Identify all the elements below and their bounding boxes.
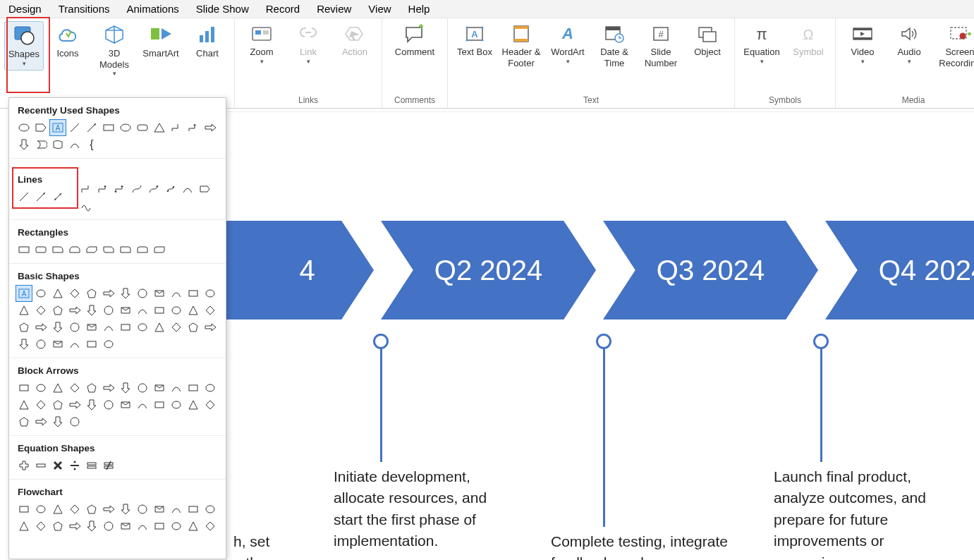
basic-shape-37-icon[interactable] [33,336,49,352]
audio-button[interactable]: Audio▾ [887,21,932,68]
basic-shape-33-icon[interactable] [169,319,184,335]
basic-shape-21-icon[interactable] [169,303,184,318]
flowchart-shape-8-icon[interactable] [152,501,167,517]
basic-shape-40-icon[interactable] [84,336,99,352]
menu-slide-show[interactable]: Slide Show [196,3,249,15]
flowchart-shape-10-icon[interactable] [185,501,201,517]
block-arrow-19-icon[interactable] [135,397,150,413]
shapes-dropdown[interactable]: Recently Used Shapes A { Lines [8,97,226,559]
basic-shape-26-icon[interactable] [50,319,66,335]
wordart-button[interactable]: A WordArt▾ [545,21,590,68]
header-footer-button[interactable]: Header & Footer [499,21,544,71]
link-button[interactable]: Link▾ [286,21,331,68]
flowchart-shape-22-icon[interactable] [185,518,201,534]
shape-arrow-right-icon[interactable] [202,120,218,135]
eq-divide-icon[interactable] [67,458,83,473]
line-curve-icon[interactable] [129,181,145,197]
flowchart-shape-11-icon[interactable] [202,501,218,517]
block-arrow-27-icon[interactable] [67,414,83,430]
menu-design[interactable]: Design [8,3,42,15]
basic-shape-4-icon[interactable] [84,286,99,301]
flowchart-shape-3-icon[interactable] [67,501,83,517]
rect-snip-diag-icon[interactable] [84,242,99,257]
block-arrow-9-icon[interactable] [169,380,184,396]
symbol-button[interactable]: Ω Symbol [786,21,831,61]
flowchart-shape-21-icon[interactable] [169,518,184,534]
desc-q1[interactable]: h, set e the [233,531,276,560]
basic-shape-29-icon[interactable] [101,319,116,335]
flowchart-shape-2-icon[interactable] [50,501,66,517]
basic-shape-24-icon[interactable] [16,319,32,335]
flowchart-shape-18-icon[interactable] [118,518,133,534]
icons-button[interactable]: Icons [45,21,90,62]
basic-shape-10-icon[interactable] [185,286,201,301]
eq-equal-icon[interactable] [84,458,99,473]
line-elbow-double-icon[interactable] [112,181,128,197]
block-arrow-26-icon[interactable] [50,414,66,430]
basic-shape-23-icon[interactable] [202,303,218,318]
flowchart-shape-4-icon[interactable] [84,501,99,517]
block-arrow-18-icon[interactable] [118,397,133,413]
shape-pentagon-right-icon[interactable] [33,120,49,135]
rect-round-diag-icon[interactable] [152,242,167,257]
block-arrow-12-icon[interactable] [16,397,32,413]
chevron-q2[interactable]: Q2 2024 [381,221,596,319]
zoom-button[interactable]: Zoom▾ [239,21,284,68]
menu-view[interactable]: View [368,3,391,15]
shape-flow-stored-icon[interactable] [33,137,49,152]
block-arrow-23-icon[interactable] [202,397,218,413]
basic-shape-14-icon[interactable] [50,303,66,318]
shape-oval-icon[interactable] [16,120,32,135]
eq-plus-icon[interactable] [16,458,32,473]
block-arrow-7-icon[interactable] [135,380,150,396]
basic-shape-20-icon[interactable] [152,303,167,318]
rect-round-icon[interactable] [33,242,49,257]
shape-rect-icon[interactable] [101,120,116,135]
flowchart-shape-16-icon[interactable] [84,518,99,534]
block-arrow-8-icon[interactable] [152,380,167,396]
basic-shape-30-icon[interactable] [118,319,133,335]
basic-shape-1-icon[interactable] [33,286,49,301]
basic-shape-11-icon[interactable] [202,286,218,301]
line-scribble-icon[interactable] [197,181,212,197]
line-double-arrow-icon[interactable] [50,189,66,205]
block-arrow-13-icon[interactable] [33,397,49,413]
block-arrow-20-icon[interactable] [152,397,167,413]
flowchart-shape-1-icon[interactable] [33,501,49,517]
basic-shape-25-icon[interactable] [33,319,49,335]
date-time-button[interactable]: Date & Time [592,21,637,71]
basic-shape-12-icon[interactable] [16,303,32,318]
desc-q2[interactable]: Initiate development, allocate resources… [334,466,517,552]
menu-animations[interactable]: Animations [127,3,179,15]
block-arrow-21-icon[interactable] [169,397,184,413]
flowchart-shape-14-icon[interactable] [50,518,66,534]
rect-icon[interactable] [16,242,32,257]
rect-snip2-icon[interactable] [67,242,83,257]
chart-button[interactable]: Chart [185,21,230,62]
block-arrow-10-icon[interactable] [185,380,201,396]
shape-oval2-icon[interactable] [118,120,133,135]
screen-recording-button[interactable]: Screen Recording [933,21,974,71]
line-freeform-icon[interactable] [180,181,195,197]
shape-roundrect-icon[interactable] [135,120,150,135]
block-arrow-16-icon[interactable] [84,397,99,413]
basic-shape-27-icon[interactable] [67,319,83,335]
eq-minus-icon[interactable] [33,458,49,473]
line-freeform-scribble-icon[interactable] [78,198,94,214]
basic-shape-36-icon[interactable] [16,336,32,352]
flowchart-shape-23-icon[interactable] [202,518,218,534]
basic-shape-13-icon[interactable] [33,303,49,318]
shapes-button[interactable]: Shapes▾ [4,21,44,71]
desc-q3[interactable]: Complete testing, integrate feedback, an… [551,531,734,560]
shape-flow-manual-icon[interactable] [50,137,66,152]
flowchart-shape-9-icon[interactable] [169,501,184,517]
basic-shape-6-icon[interactable] [118,286,133,301]
video-button[interactable]: Video▾ [840,21,885,68]
basic-shape-8-icon[interactable] [152,286,167,301]
3d-models-button[interactable]: 3D Models▾ [92,21,137,80]
flowchart-shape-12-icon[interactable] [16,518,32,534]
shape-brace-icon[interactable]: { [84,137,99,152]
basic-shape-5-icon[interactable] [101,286,116,301]
basic-shape-9-icon[interactable] [169,286,184,301]
basic-shape-34-icon[interactable] [185,319,201,335]
